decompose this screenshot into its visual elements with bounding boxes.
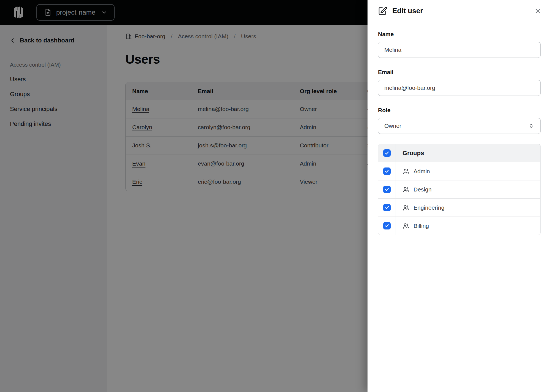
edit-user-drawer: Edit user Name Email Role Owner GroupsAd… bbox=[368, 0, 551, 392]
group-label: Billing bbox=[414, 223, 429, 229]
group-checkbox-design[interactable] bbox=[383, 186, 391, 193]
role-field-label: Role bbox=[378, 107, 541, 113]
checkbox-cell bbox=[378, 162, 396, 180]
group-label-cell: Admin bbox=[396, 162, 540, 180]
checkbox-cell bbox=[378, 217, 396, 235]
groups-checklist: GroupsAdminDesignEngineeringBilling bbox=[378, 144, 541, 235]
drawer-title: Edit user bbox=[392, 7, 533, 15]
groups-header-label: Groups bbox=[403, 150, 424, 157]
edit-pencil-icon bbox=[378, 7, 387, 15]
checkbox-cell bbox=[378, 180, 396, 198]
group-checkbox-billing[interactable] bbox=[383, 222, 391, 229]
groups-header-row: Groups bbox=[378, 144, 540, 162]
users-group-icon bbox=[403, 222, 410, 229]
email-field[interactable] bbox=[378, 80, 541, 96]
checkmark-icon bbox=[385, 223, 389, 228]
close-button[interactable] bbox=[533, 6, 543, 16]
checkmark-icon bbox=[385, 205, 389, 210]
group-label: Design bbox=[414, 186, 431, 193]
group-label-cell: Billing bbox=[396, 217, 540, 235]
users-group-icon bbox=[403, 204, 410, 211]
role-select-value: Owner bbox=[384, 123, 401, 129]
unfold-chevrons-icon bbox=[528, 123, 534, 129]
email-field-label: Email bbox=[378, 69, 541, 75]
group-label: Admin bbox=[414, 168, 430, 175]
role-select[interactable]: Owner bbox=[378, 118, 541, 134]
group-label-cell: Groups bbox=[396, 144, 540, 162]
checkmark-icon bbox=[385, 187, 389, 192]
select-all-checkbox[interactable] bbox=[383, 149, 391, 157]
group-row-admin: Admin bbox=[378, 162, 540, 180]
name-field[interactable] bbox=[378, 42, 541, 58]
group-row-engineering: Engineering bbox=[378, 199, 540, 217]
checkbox-cell bbox=[378, 199, 396, 217]
close-icon bbox=[534, 8, 541, 14]
group-checkbox-admin[interactable] bbox=[383, 167, 391, 175]
group-label-cell: Engineering bbox=[396, 199, 540, 217]
checkbox-cell bbox=[378, 144, 396, 162]
checkmark-icon bbox=[385, 169, 389, 174]
users-group-icon bbox=[403, 168, 410, 175]
group-label: Engineering bbox=[414, 204, 444, 211]
group-row-design: Design bbox=[378, 180, 540, 199]
group-label-cell: Design bbox=[396, 180, 540, 198]
name-field-label: Name bbox=[378, 31, 541, 37]
drawer-header: Edit user bbox=[368, 0, 551, 22]
group-row-billing: Billing bbox=[378, 217, 540, 235]
users-group-icon bbox=[403, 186, 410, 193]
checkmark-icon bbox=[385, 151, 389, 155]
group-checkbox-engineering[interactable] bbox=[383, 204, 391, 211]
